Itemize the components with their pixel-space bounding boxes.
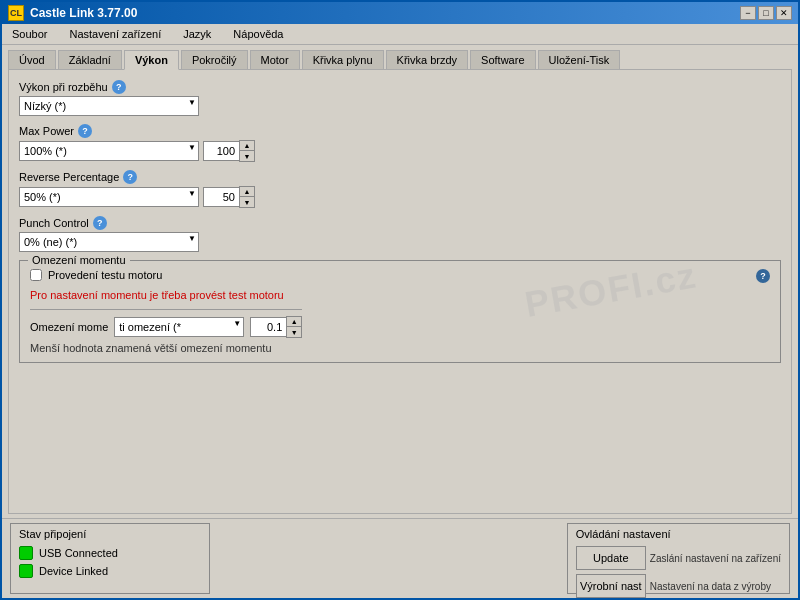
max-power-up[interactable]: ▲ [240,141,254,151]
device-led [19,564,33,578]
tab-krivka-plynu[interactable]: Křivka plynu [302,50,384,70]
tab-motor[interactable]: Motor [250,50,300,70]
max-power-group: Max Power ? 100% (*) 100 ▲ ▼ [19,124,781,162]
omezeni-info: Menší hodnota znamená větší omezení mome… [30,342,302,354]
vykon-help-icon[interactable]: ? [112,80,126,94]
menu-bar: Soubor Nastavení zařízení Jazyk Nápověda [2,24,798,45]
connection-title: Stav připojení [19,528,201,540]
usb-label: USB Connected [39,547,118,559]
tabs-row: Úvod Základní Výkon Pokročilý Motor Křiv… [2,45,798,69]
omezeni-momentu-group: Omezení momentu Provedení testu motoru P… [19,260,781,363]
reverse-percentage-label: Reverse Percentage [19,171,119,183]
reverse-percentage-group: Reverse Percentage ? 50% (*) 50 ▲ ▼ [19,170,781,208]
vykon-dropdown[interactable]: Nízký (*) [19,96,199,116]
reverse-down[interactable]: ▼ [240,197,254,207]
punch-control-group: Punch Control ? 0% (ne) (*) [19,216,781,252]
omezeni-spinner: 0.1 ▲ ▼ [250,316,302,338]
control-title: Ovládání nastavení [576,528,781,540]
punch-dropdown[interactable]: 0% (ne) (*) [19,232,199,252]
update-button[interactable]: Update [576,546,646,570]
max-power-label: Max Power [19,125,74,137]
omezeni-mome-label: Omezení mome [30,321,108,333]
factory-label: Nastavení na data z výroby [650,581,771,592]
punch-help-icon[interactable]: ? [93,216,107,230]
control-panel: Ovládání nastavení Update Zaslání nastav… [567,523,790,594]
max-power-help-icon[interactable]: ? [78,124,92,138]
tab-krivka-brzdy[interactable]: Křivka brzdy [386,50,469,70]
max-power-down[interactable]: ▼ [240,151,254,161]
factory-button[interactable]: Výrobní nast [576,574,646,598]
max-power-dropdown[interactable]: 100% (*) [19,141,199,161]
tab-uvod[interactable]: Úvod [8,50,56,70]
menu-jazyk[interactable]: Jazyk [177,26,217,42]
menu-nastaveni[interactable]: Nastavení zařízení [63,26,167,42]
warning-text: Pro nastavení momentu je třeba provést t… [30,289,302,301]
app-icon: CL [8,5,24,21]
menu-soubor[interactable]: Soubor [6,26,53,42]
close-button[interactable]: ✕ [776,6,792,20]
usb-led [19,546,33,560]
punch-control-label: Punch Control [19,217,89,229]
minimize-button[interactable]: − [740,6,756,20]
omezeni-help-icon[interactable]: ? [756,269,770,283]
omezeni-input[interactable]: 0.1 [250,317,286,337]
vykon-pri-rozbehu-group: Výkon při rozběhu ? Nízký (*) [19,80,781,116]
tab-ulozeni-tisk[interactable]: Uložení-Tisk [538,50,621,70]
reverse-up[interactable]: ▲ [240,187,254,197]
test-motoru-checkbox[interactable] [30,269,42,281]
reverse-input[interactable]: 50 [203,187,239,207]
tab-vykon[interactable]: Výkon [124,50,179,70]
send-label: Zaslání nastavení na zařízení [650,553,781,564]
restore-button[interactable]: □ [758,6,774,20]
status-bar: Stav připojení USB Connected Device Link… [2,518,798,598]
omezeni-down[interactable]: ▼ [287,327,301,337]
vykon-pri-rozbehu-label: Výkon při rozběhu [19,81,108,93]
tab-software[interactable]: Software [470,50,535,70]
window-title: Castle Link 3.77.00 [30,6,137,20]
reverse-spinner: 50 ▲ ▼ [203,186,255,208]
max-power-spinner: 100 ▲ ▼ [203,140,255,162]
tab-zakladni[interactable]: Základní [58,50,122,70]
omezeni-title: Omezení momentu [28,254,130,266]
omezeni-dropdown[interactable]: ti omezení (* [114,317,244,337]
device-label: Device Linked [39,565,108,577]
connection-status: Stav připojení USB Connected Device Link… [10,523,210,594]
max-power-input[interactable]: 100 [203,141,239,161]
reverse-help-icon[interactable]: ? [123,170,137,184]
omezeni-up[interactable]: ▲ [287,317,301,327]
reverse-dropdown[interactable]: 50% (*) [19,187,199,207]
content-area: Výkon při rozběhu ? Nízký (*) Max Power … [8,69,792,514]
test-motoru-label: Provedení testu motoru [48,269,162,281]
tab-pokrocily[interactable]: Pokročilý [181,50,248,70]
menu-napoveda[interactable]: Nápověda [227,26,289,42]
